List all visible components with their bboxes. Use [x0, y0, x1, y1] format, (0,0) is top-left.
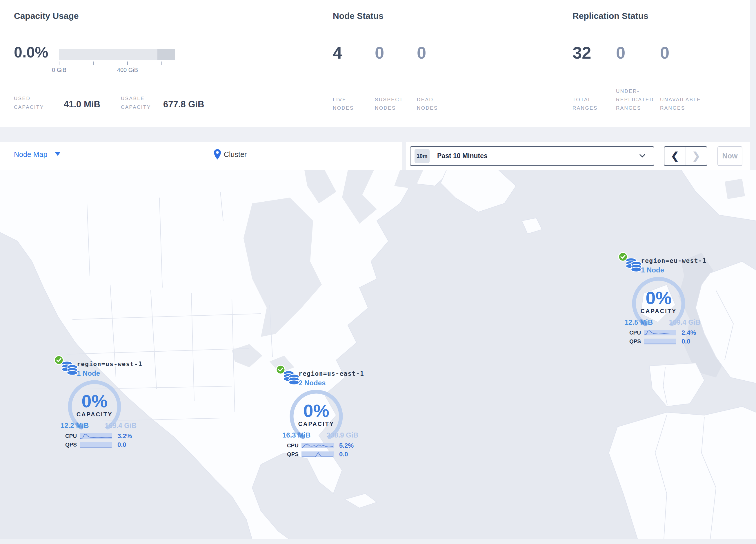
qps-label: QPS: [618, 338, 641, 345]
capacity-usage-title: Capacity Usage: [14, 11, 79, 21]
used-capacity-value: 41.0 MiB: [64, 99, 100, 110]
region-node-count: 1 Node: [77, 369, 100, 378]
region-marker-us-east-1[interactable]: region=us-east-1 2 Nodes 0% CAPACITY 16.…: [275, 365, 362, 464]
axis-tick-label: 400 GiB: [107, 67, 148, 73]
qps-sparkline: [301, 451, 334, 458]
region-name: region=us-west-1: [77, 361, 142, 368]
live-nodes-stat: 4 LIVENODES: [333, 0, 375, 127]
axis-tick: [127, 61, 128, 65]
map-water: [725, 179, 745, 199]
region-name: region=eu-west-1: [641, 257, 706, 264]
dead-nodes-label: DEADNODES: [417, 95, 438, 112]
cpu-label: CPU: [54, 433, 77, 439]
database-stack-icon: [61, 360, 79, 378]
node-map: [0, 170, 756, 540]
total-ranges-count: 32: [573, 43, 591, 62]
under-replicated-count: 0: [616, 43, 625, 62]
view-mode-dropdown[interactable]: Node Map: [14, 150, 60, 159]
time-forward-button[interactable]: ❯: [686, 147, 707, 165]
region-total-capacity: 169.4 GiB: [105, 422, 137, 430]
region-total-capacity: 338.9 GiB: [327, 431, 358, 439]
cpu-value: 2.4%: [682, 329, 696, 337]
cpu-sparkline: [80, 432, 112, 440]
breadcrumb-label: Cluster: [224, 150, 247, 159]
region-capacity-percent: 0%: [66, 391, 123, 411]
qps-value: 0.0: [117, 441, 126, 449]
cpu-value: 5.2%: [339, 442, 354, 449]
live-nodes-count: 4: [333, 43, 342, 62]
region-capacity-percent: 0%: [630, 288, 688, 308]
region-capacity-label: CAPACITY: [287, 421, 345, 427]
time-back-button[interactable]: ❮: [664, 147, 686, 165]
live-nodes-label: LIVENODES: [333, 95, 354, 112]
suspect-nodes-label: SUSPECTNODES: [375, 95, 403, 112]
qps-label: QPS: [54, 442, 77, 448]
cpu-sparkline: [644, 329, 676, 337]
now-button[interactable]: Now: [717, 146, 742, 166]
page-footer-strip: [0, 539, 756, 544]
region-used-capacity: 12.5 MiB: [625, 318, 653, 327]
cpu-value: 3.2%: [117, 432, 132, 440]
usable-capacity-label: USABLE CAPACITY: [121, 94, 151, 112]
breadcrumb[interactable]: Cluster: [213, 148, 221, 161]
capacity-bar-reserved-segment: [157, 49, 175, 60]
dead-nodes-count: 0: [417, 43, 426, 62]
region-marker-us-west-1[interactable]: region=us-west-1 1 Node 0% CAPACITY 12.2…: [54, 356, 141, 454]
qps-label: QPS: [275, 451, 299, 458]
view-mode-label: Node Map: [14, 150, 47, 158]
time-step-controls: ❮ ❯: [664, 146, 707, 166]
cpu-label: CPU: [618, 330, 641, 336]
suspect-nodes-stat: 0 SUSPECTNODES: [375, 0, 417, 127]
suspect-nodes-count: 0: [375, 43, 384, 62]
cpu-label: CPU: [275, 443, 299, 449]
region-used-capacity: 12.2 MiB: [61, 422, 89, 430]
capacity-percent: 0.0%: [14, 43, 48, 61]
time-range-badge: 10m: [415, 149, 430, 163]
qps-value: 0.0: [682, 338, 690, 345]
chevron-down-icon: [639, 154, 646, 158]
unavailable-label: UNAVAILABLERANGES: [660, 95, 701, 112]
unavailable-count: 0: [660, 43, 669, 62]
axis-tick: [93, 61, 94, 65]
axis-tick-label: 0 GiB: [39, 67, 79, 73]
region-marker-eu-west-1[interactable]: region=eu-west-1 1 Node 0% CAPACITY 12.5…: [618, 252, 705, 351]
qps-sparkline: [644, 338, 676, 345]
capacity-bar: [59, 49, 175, 60]
database-stack-icon: [282, 370, 300, 387]
dead-nodes-stat: 0 DEADNODES: [417, 0, 459, 127]
axis-tick: [161, 61, 162, 65]
world-map: [0, 170, 756, 540]
under-replicated-ranges-stat: 0 UNDER- REPLICATED RANGES: [616, 0, 660, 127]
region-node-count: 2 Nodes: [299, 379, 326, 387]
region-total-capacity: 169.4 GiB: [669, 318, 701, 327]
region-capacity-label: CAPACITY: [630, 308, 688, 315]
region-capacity-percent: 0%: [287, 400, 345, 421]
toolbar-right-panel: 10m Past 10 Minutes ❮ ❯ Now: [406, 142, 750, 170]
region-name: region=us-east-1: [299, 370, 364, 377]
time-range-dropdown[interactable]: 10m Past 10 Minutes: [410, 146, 654, 166]
used-capacity-label: USED CAPACITY: [14, 94, 44, 112]
axis-tick: [59, 61, 59, 65]
map-pin-icon: [213, 148, 221, 160]
total-ranges-stat: 32 TOTALRANGES: [573, 0, 616, 127]
region-capacity-label: CAPACITY: [66, 411, 123, 418]
cluster-stats-panel: Capacity Usage 0.0% 0 GiB 400 GiB USED C…: [0, 0, 750, 127]
qps-sparkline: [80, 441, 112, 449]
region-used-capacity: 16.3 MiB: [282, 431, 310, 439]
under-replicated-label: UNDER- REPLICATED RANGES: [616, 87, 654, 112]
chevron-down-icon: [55, 152, 60, 156]
cpu-sparkline: [301, 442, 334, 449]
unavailable-ranges-stat: 0 UNAVAILABLERANGES: [660, 0, 712, 127]
map-toolbar: Node Map Cluster 10m Past 10 Minutes ❮ ❯…: [0, 142, 756, 170]
region-node-count: 1 Node: [641, 266, 664, 274]
total-ranges-label: TOTALRANGES: [573, 95, 598, 112]
usable-capacity-value: 677.8 GiB: [163, 99, 204, 110]
database-stack-icon: [625, 257, 643, 274]
toolbar-left-panel: Node Map Cluster: [0, 142, 402, 170]
qps-value: 0.0: [339, 451, 348, 458]
time-range-label: Past 10 Minutes: [437, 152, 488, 160]
